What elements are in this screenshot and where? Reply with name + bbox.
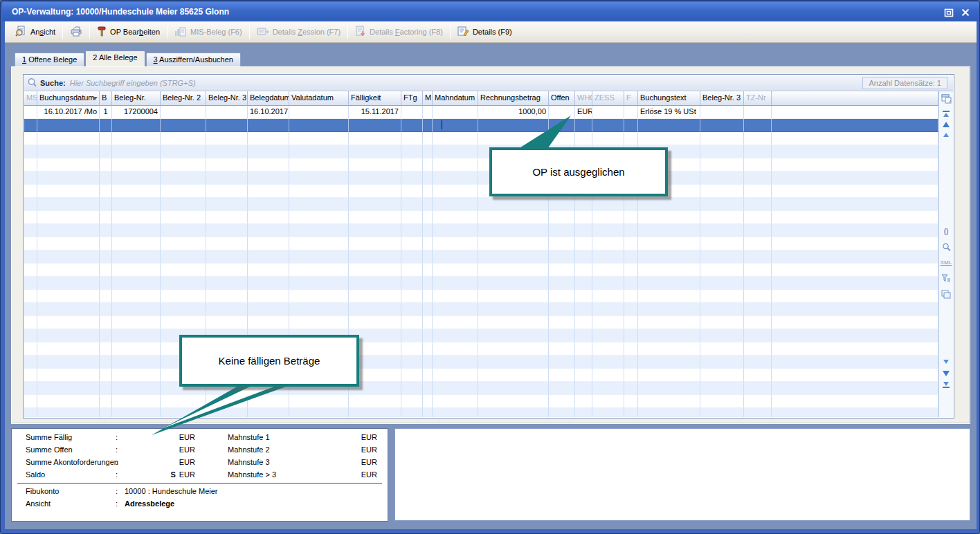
column-chooser-icon[interactable]: [939, 94, 953, 104]
hammer-icon: [97, 26, 107, 38]
col-ms[interactable]: MS: [24, 91, 37, 106]
callout-keine-faelligen: Keine fälligen Beträge: [179, 335, 359, 387]
empty-row[interactable]: [24, 395, 938, 408]
summary-panel: Summe Fällig: EUR Mahnstufe 1EUR Summe O…: [11, 428, 388, 522]
factoring-icon: [355, 26, 366, 38]
empty-row[interactable]: [24, 198, 938, 211]
tab-strip: 1 Offene Belege 2 Alle Belege 3 Ausziffe…: [15, 50, 242, 66]
sort-desc-icon: [92, 97, 98, 100]
xml-export-icon[interactable]: XML: [939, 259, 953, 266]
toolbar-separator: [89, 25, 90, 39]
line-up-icon[interactable]: [939, 133, 953, 137]
summary-divider: [17, 483, 382, 484]
ansicht-icon: [15, 26, 27, 38]
scroll-top-icon[interactable]: [939, 111, 953, 117]
col-whg[interactable]: WHG: [575, 91, 592, 106]
empty-row[interactable]: [24, 382, 938, 395]
empty-row[interactable]: [24, 224, 938, 237]
empty-row[interactable]: [24, 211, 938, 224]
col-rechnungsbetrag[interactable]: Rechnungsbetrag: [478, 91, 549, 106]
mis-beleg-icon: [174, 26, 187, 38]
empty-row[interactable]: [24, 356, 938, 369]
col-f[interactable]: F: [624, 91, 638, 106]
search-input[interactable]: Hier Suchbegriff eingeben (STRG+S): [70, 79, 196, 87]
op-grid: Suche: Hier Suchbegriff eingeben (STRG+S…: [23, 74, 954, 418]
empty-row[interactable]: [24, 132, 938, 145]
empty-row[interactable]: [24, 237, 938, 250]
mis-beleg-button[interactable]: MIS-Beleg (F6): [170, 24, 247, 40]
tab-offene-belege[interactable]: 1 Offene Belege: [15, 53, 84, 66]
empty-row[interactable]: [24, 329, 938, 342]
title-bar[interactable]: OP-Verwaltung: 10000/Hundeschule Meier 8…: [2, 2, 979, 21]
page-down-icon[interactable]: [939, 371, 953, 376]
empty-row[interactable]: [24, 250, 938, 264]
summary-row-akonto: Summe Akontoforderungen: EUR Mahnstufe 3…: [12, 458, 388, 470]
op-verwaltung-window: OP-Verwaltung: 10000/Hundeschule Meier 8…: [0, 0, 980, 534]
empty-row[interactable]: [24, 342, 938, 356]
col-ftg[interactable]: FTg: [401, 91, 423, 106]
line-down-icon[interactable]: [939, 360, 953, 364]
search-grid-icon[interactable]: [939, 243, 953, 252]
col-buchungstext[interactable]: Buchungstext: [638, 91, 700, 106]
record-count: Anzahl Datensätze: 1: [862, 77, 947, 89]
col-valutadatum[interactable]: Valutadatum: [289, 91, 349, 106]
print-button[interactable]: [65, 24, 87, 40]
details-zession-button[interactable]: Details Zession (F7): [252, 24, 345, 40]
empty-row[interactable]: [24, 290, 938, 303]
tab-alle-belege[interactable]: 2 Alle Belege: [85, 50, 145, 66]
col-b[interactable]: B: [100, 91, 112, 106]
empty-row[interactable]: [24, 277, 938, 290]
restore-icon[interactable]: [943, 7, 954, 18]
grid-header-row: MS Buchungsdatum B Beleg-Nr. Beleg-Nr. 2…: [24, 91, 938, 106]
empty-row[interactable]: [24, 408, 938, 417]
grid-side-rail: () XML: [938, 91, 953, 417]
table-row[interactable]: 16.10.2017 /Mo 1 17200004 16.10.2017 15.…: [24, 106, 938, 119]
tab-ausziffern-ausbuchen[interactable]: 3 Ausziffern/Ausbuchen: [146, 53, 241, 66]
scroll-bottom-icon[interactable]: [939, 382, 953, 388]
col-beleg-nr-2[interactable]: Beleg-Nr. 2: [161, 91, 206, 106]
details-factoring-button[interactable]: Details Factoring (F8): [350, 24, 448, 40]
search-icon: [27, 77, 37, 89]
close-icon[interactable]: [960, 7, 971, 18]
brackets-icon[interactable]: (): [939, 228, 953, 235]
col-buchungsdatum[interactable]: Buchungsdatum: [37, 91, 100, 106]
col-offen[interactable]: Offen: [549, 91, 575, 106]
empty-row[interactable]: [24, 369, 938, 382]
callout-op-ausgeglichen: OP ist ausgeglichen: [489, 147, 668, 196]
toolbar-separator: [249, 25, 250, 39]
col-beleg-nr-3b[interactable]: Beleg-Nr. 3: [700, 91, 744, 106]
empty-row[interactable]: [24, 264, 938, 277]
empty-row[interactable]: [24, 316, 938, 329]
filter-icon[interactable]: [939, 274, 953, 283]
window-title: OP-Verwaltung: 10000/Hundeschule Meier 8…: [12, 7, 229, 17]
printer-icon: [70, 26, 82, 38]
toolbar-separator: [167, 25, 167, 39]
ansicht-row: Ansicht : Adressbelege: [12, 499, 388, 512]
col-mahndatum[interactable]: Mahndatum: [433, 91, 478, 106]
empty-row[interactable]: [24, 158, 938, 172]
col-belegdatum[interactable]: Belegdatum: [248, 91, 289, 106]
col-zess[interactable]: ZESS: [592, 91, 624, 106]
col-faelligkeit[interactable]: Fälligkeit: [349, 91, 401, 106]
col-beleg-nr[interactable]: Beleg-Nr.: [112, 91, 161, 106]
search-label: Suche:: [40, 79, 66, 87]
text-caret: [442, 120, 442, 129]
toolbar: Ansicht OP Bearbeiten MIS-Beleg (F6) Det…: [5, 21, 977, 43]
col-beleg-nr-3[interactable]: Beleg-Nr. 3: [206, 91, 248, 106]
fibukonto-row: Fibukonto : 10000 : Hundeschule Meier: [12, 487, 388, 499]
empty-row[interactable]: [24, 172, 938, 185]
page-up-icon[interactable]: [939, 122, 953, 127]
ansicht-button[interactable]: Ansicht: [10, 24, 60, 40]
empty-row[interactable]: [24, 185, 938, 198]
summary-row-offen: Summe Offen: EUR Mahnstufe 2EUR: [12, 445, 388, 458]
col-m[interactable]: M: [423, 91, 433, 106]
col-tz-nr[interactable]: TZ-Nr: [744, 91, 772, 106]
empty-row[interactable]: [24, 303, 938, 316]
empty-row[interactable]: [24, 145, 938, 158]
selected-row[interactable]: [24, 119, 938, 132]
op-bearbeiten-button[interactable]: OP Bearbeiten: [92, 24, 165, 40]
search-bar[interactable]: Suche: Hier Suchbegriff eingeben (STRG+S…: [24, 75, 953, 91]
details-button[interactable]: Details (F9): [453, 24, 517, 40]
copy-grid-icon[interactable]: [939, 290, 953, 299]
toolbar-separator: [62, 25, 63, 39]
